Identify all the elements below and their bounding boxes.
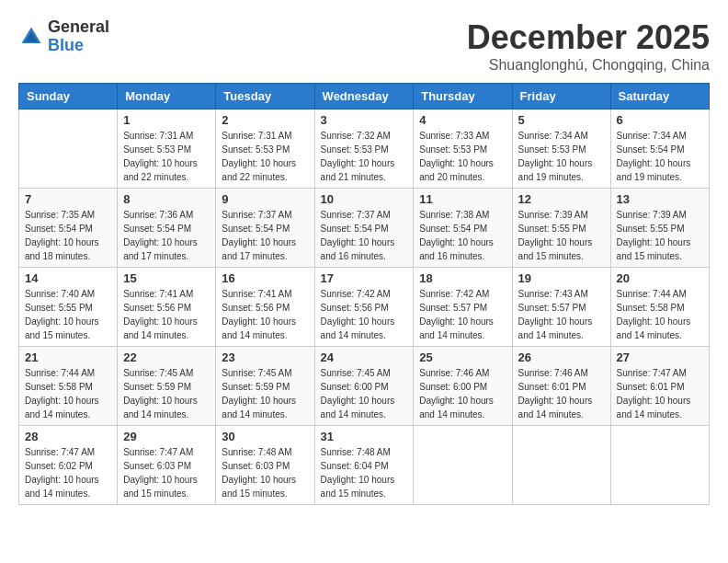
sunrise-text: Sunrise: 7:33 AM <box>419 131 489 141</box>
sunrise-text: Sunrise: 7:41 AM <box>222 289 291 299</box>
calendar-cell: 12 Sunrise: 7:39 AM Sunset: 5:55 PM Dayl… <box>512 189 610 268</box>
daylight-text: Daylight: 10 hours and 19 minutes. <box>518 158 593 182</box>
day-number: 26 <box>518 350 605 364</box>
calendar-cell: 2 Sunrise: 7:31 AM Sunset: 5:53 PM Dayli… <box>216 109 314 189</box>
sunrise-text: Sunrise: 7:38 AM <box>419 210 489 220</box>
sunrise-text: Sunrise: 7:37 AM <box>222 210 291 220</box>
sunrise-text: Sunrise: 7:48 AM <box>321 447 391 457</box>
calendar-cell: 24 Sunrise: 7:45 AM Sunset: 6:00 PM Dayl… <box>314 347 414 426</box>
day-info: Sunrise: 7:36 AM Sunset: 5:54 PM Dayligh… <box>123 208 210 263</box>
calendar-cell: 26 Sunrise: 7:46 AM Sunset: 6:01 PM Dayl… <box>512 347 610 426</box>
sunrise-text: Sunrise: 7:41 AM <box>123 289 193 299</box>
day-number: 29 <box>123 430 210 443</box>
sunset-text: Sunset: 5:54 PM <box>222 224 290 234</box>
sunset-text: Sunset: 5:54 PM <box>419 224 487 234</box>
sunrise-text: Sunrise: 7:44 AM <box>617 289 687 299</box>
day-info: Sunrise: 7:39 AM Sunset: 5:55 PM Dayligh… <box>617 208 703 263</box>
weekday-header-sunday: Sunday <box>19 84 118 109</box>
sunrise-text: Sunrise: 7:47 AM <box>25 447 95 457</box>
daylight-text: Daylight: 10 hours and 15 minutes. <box>617 237 691 261</box>
sunset-text: Sunset: 5:58 PM <box>617 303 685 313</box>
sunrise-text: Sunrise: 7:32 AM <box>321 131 391 141</box>
logo: General Blue <box>18 18 109 55</box>
sunset-text: Sunset: 5:56 PM <box>222 303 290 313</box>
day-info: Sunrise: 7:48 AM Sunset: 6:03 PM Dayligh… <box>222 445 308 500</box>
sunrise-text: Sunrise: 7:42 AM <box>419 289 489 299</box>
weekday-header-wednesday: Wednesday <box>314 84 414 109</box>
sunset-text: Sunset: 5:59 PM <box>222 382 290 392</box>
day-info: Sunrise: 7:41 AM Sunset: 5:56 PM Dayligh… <box>123 287 210 342</box>
sunrise-text: Sunrise: 7:47 AM <box>123 447 193 457</box>
day-info: Sunrise: 7:45 AM Sunset: 6:00 PM Dayligh… <box>321 366 408 421</box>
day-number: 10 <box>321 192 408 206</box>
day-number: 19 <box>518 271 605 285</box>
sunset-text: Sunset: 6:03 PM <box>222 461 290 471</box>
calendar-cell: 3 Sunrise: 7:32 AM Sunset: 5:53 PM Dayli… <box>314 109 414 189</box>
month-title: December 2025 <box>467 18 710 57</box>
day-info: Sunrise: 7:44 AM Sunset: 5:58 PM Dayligh… <box>617 287 703 342</box>
daylight-text: Daylight: 10 hours and 21 minutes. <box>321 158 395 182</box>
daylight-text: Daylight: 10 hours and 14 minutes. <box>321 396 395 419</box>
weekday-header-monday: Monday <box>118 84 216 109</box>
calendar-cell: 7 Sunrise: 7:35 AM Sunset: 5:54 PM Dayli… <box>19 189 118 268</box>
daylight-text: Daylight: 10 hours and 14 minutes. <box>123 396 198 419</box>
calendar-cell: 19 Sunrise: 7:43 AM Sunset: 5:57 PM Dayl… <box>512 268 610 347</box>
day-info: Sunrise: 7:46 AM Sunset: 6:00 PM Dayligh… <box>419 366 506 421</box>
day-number: 2 <box>222 113 308 127</box>
day-info: Sunrise: 7:33 AM Sunset: 5:53 PM Dayligh… <box>419 129 506 184</box>
sunrise-text: Sunrise: 7:39 AM <box>617 210 687 220</box>
sunrise-text: Sunrise: 7:47 AM <box>617 368 687 378</box>
sunrise-text: Sunrise: 7:39 AM <box>518 210 588 220</box>
day-number: 28 <box>25 430 111 443</box>
sunrise-text: Sunrise: 7:34 AM <box>518 131 588 141</box>
calendar-cell <box>610 426 709 505</box>
day-number: 7 <box>25 192 111 206</box>
sunset-text: Sunset: 5:53 PM <box>222 144 290 155</box>
sunset-text: Sunset: 5:54 PM <box>617 144 685 155</box>
calendar-cell: 17 Sunrise: 7:42 AM Sunset: 5:56 PM Dayl… <box>314 268 414 347</box>
sunset-text: Sunset: 6:00 PM <box>321 382 389 392</box>
daylight-text: Daylight: 10 hours and 16 minutes. <box>321 237 395 261</box>
daylight-text: Daylight: 10 hours and 14 minutes. <box>321 316 395 340</box>
sunset-text: Sunset: 5:54 PM <box>321 224 389 234</box>
sunrise-text: Sunrise: 7:34 AM <box>617 131 687 141</box>
daylight-text: Daylight: 10 hours and 16 minutes. <box>419 237 494 261</box>
calendar-cell: 1 Sunrise: 7:31 AM Sunset: 5:53 PM Dayli… <box>118 109 216 189</box>
day-number: 21 <box>25 350 111 364</box>
sunrise-text: Sunrise: 7:31 AM <box>123 131 193 141</box>
calendar-cell: 31 Sunrise: 7:48 AM Sunset: 6:04 PM Dayl… <box>314 426 414 505</box>
sunset-text: Sunset: 5:54 PM <box>25 224 93 234</box>
day-number: 16 <box>222 271 308 285</box>
day-number: 5 <box>518 113 605 127</box>
day-number: 18 <box>419 271 506 285</box>
sunset-text: Sunset: 5:55 PM <box>25 303 93 313</box>
day-info: Sunrise: 7:31 AM Sunset: 5:53 PM Dayligh… <box>222 129 308 184</box>
calendar-cell: 23 Sunrise: 7:45 AM Sunset: 5:59 PM Dayl… <box>216 347 314 426</box>
daylight-text: Daylight: 10 hours and 14 minutes. <box>518 316 593 340</box>
sunset-text: Sunset: 5:59 PM <box>123 382 191 392</box>
day-info: Sunrise: 7:47 AM Sunset: 6:01 PM Dayligh… <box>617 366 703 421</box>
calendar-cell: 10 Sunrise: 7:37 AM Sunset: 5:54 PM Dayl… <box>314 189 414 268</box>
sunset-text: Sunset: 5:56 PM <box>321 303 389 313</box>
day-info: Sunrise: 7:32 AM Sunset: 5:53 PM Dayligh… <box>321 129 408 184</box>
daylight-text: Daylight: 10 hours and 18 minutes. <box>25 237 99 261</box>
sunset-text: Sunset: 5:55 PM <box>518 224 586 234</box>
daylight-text: Daylight: 10 hours and 15 minutes. <box>123 475 198 499</box>
sunrise-text: Sunrise: 7:31 AM <box>222 131 291 141</box>
day-info: Sunrise: 7:47 AM Sunset: 6:03 PM Dayligh… <box>123 445 210 500</box>
day-number: 31 <box>321 430 408 443</box>
daylight-text: Daylight: 10 hours and 14 minutes. <box>25 396 99 419</box>
calendar-cell: 5 Sunrise: 7:34 AM Sunset: 5:53 PM Dayli… <box>512 109 610 189</box>
weekday-header-thursday: Thursday <box>414 84 512 109</box>
day-number: 11 <box>419 192 506 206</box>
week-row-0: 1 Sunrise: 7:31 AM Sunset: 5:53 PM Dayli… <box>19 109 710 189</box>
calendar-cell: 25 Sunrise: 7:46 AM Sunset: 6:00 PM Dayl… <box>414 347 512 426</box>
day-info: Sunrise: 7:45 AM Sunset: 5:59 PM Dayligh… <box>222 366 308 421</box>
calendar-cell: 21 Sunrise: 7:44 AM Sunset: 5:58 PM Dayl… <box>19 347 118 426</box>
sunrise-text: Sunrise: 7:45 AM <box>222 368 291 378</box>
sunset-text: Sunset: 6:01 PM <box>518 382 586 392</box>
day-number: 24 <box>321 350 408 364</box>
day-info: Sunrise: 7:38 AM Sunset: 5:54 PM Dayligh… <box>419 208 506 263</box>
calendar: SundayMondayTuesdayWednesdayThursdayFrid… <box>18 83 710 505</box>
logo-general-text: General <box>48 18 109 37</box>
